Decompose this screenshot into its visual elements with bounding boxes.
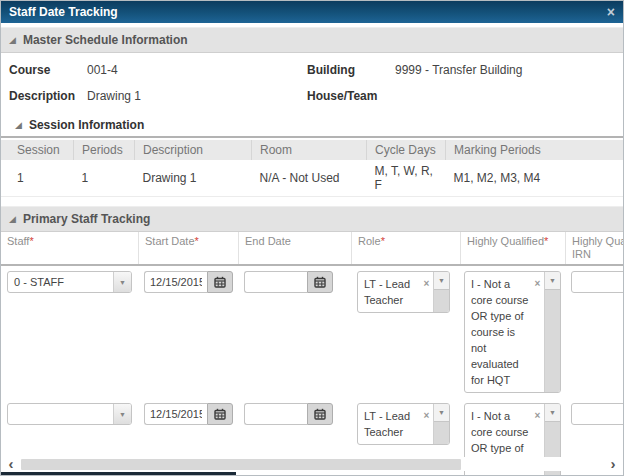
collapse-icon: ◢ — [9, 36, 16, 45]
description-cell: Drawing 1 — [135, 160, 252, 197]
role-select-value: LT - Lead Teacher — [358, 404, 420, 444]
end-date-column-header: End Date — [238, 232, 351, 264]
chevron-down-icon[interactable]: ▼ — [434, 272, 449, 290]
calendar-icon[interactable] — [207, 403, 233, 425]
session-table-header-row: Session Periods Description Room Cycle D… — [1, 140, 623, 160]
window-edge — [1, 472, 236, 475]
staff-grid-header-row: Staff* Start Date* End Date Role* Highly… — [1, 232, 623, 266]
room-column-header: Room — [252, 140, 367, 160]
dialog-title: Staff Date Tracking — [9, 5, 118, 19]
required-marker: * — [195, 235, 199, 247]
house-team-value — [395, 89, 623, 103]
chevron-down-icon[interactable]: ▼ — [113, 404, 131, 424]
calendar-icon[interactable] — [307, 403, 333, 425]
session-information-table: Session Periods Description Room Cycle D… — [1, 140, 623, 197]
building-label: Building — [307, 63, 395, 77]
session-cell: 1 — [1, 160, 74, 197]
role-select-value: LT - Lead Teacher — [358, 272, 420, 312]
description-label: Description — [9, 89, 87, 103]
scrollbar-thumb[interactable] — [21, 459, 461, 470]
scroll-left-icon[interactable]: ‹ — [3, 458, 19, 470]
highly-qualified-select[interactable]: I - Not a core course OR type of course … — [464, 271, 561, 393]
role-column-header: Role* — [351, 232, 460, 264]
session-information-section-header[interactable]: ◢ Session Information — [1, 115, 623, 138]
hqt-irn-input[interactable] — [571, 403, 623, 425]
staff-select-value — [8, 404, 113, 424]
master-schedule-info: Course 001-4 Building 9999 - Transfer Bu… — [1, 53, 623, 115]
dialog-titlebar: Staff Date Tracking × — [1, 1, 623, 23]
description-value: Drawing 1 — [87, 89, 307, 103]
staff-select-value: 0 - STAFF — [8, 272, 113, 292]
role-select[interactable]: LT - Lead Teacher × ▼ — [357, 403, 450, 445]
clear-icon[interactable]: × — [420, 272, 433, 312]
scrollbar-track[interactable] — [19, 459, 605, 470]
description-column-header: Description — [135, 140, 252, 160]
scroll-right-icon[interactable]: › — [605, 458, 621, 470]
calendar-icon[interactable] — [307, 271, 333, 293]
marking-periods-cell: M1, M2, M3, M4 — [446, 160, 624, 197]
hqt-irn-column-header: Highly Qualified Teacher IRN — [565, 232, 623, 264]
end-date-input[interactable] — [244, 403, 307, 425]
collapse-icon: ◢ — [15, 121, 22, 130]
room-cell: N/A - Not Used — [252, 160, 367, 197]
chevron-down-icon[interactable]: ▼ — [545, 404, 560, 422]
staff-grid-row: 0 - STAFF ▼ — [1, 269, 623, 395]
highly-qualified-column-header: Highly Qualified* — [460, 232, 565, 264]
chevron-down-icon[interactable]: ▼ — [434, 404, 449, 422]
role-select-strip[interactable]: ▼ — [433, 404, 449, 444]
staff-select[interactable]: 0 - STAFF ▼ — [7, 271, 132, 293]
cycle-days-column-header: Cycle Days — [367, 140, 446, 160]
staff-select[interactable]: ▼ — [7, 403, 132, 425]
session-table-row: 1 1 Drawing 1 N/A - Not Used M, T, W, R,… — [1, 160, 623, 197]
calendar-icon[interactable] — [207, 271, 233, 293]
role-select-strip[interactable]: ▼ — [433, 272, 449, 312]
clear-icon[interactable]: × — [531, 272, 544, 392]
master-schedule-section-header[interactable]: ◢ Master Schedule Information — [1, 27, 623, 53]
periods-cell: 1 — [74, 160, 135, 197]
collapse-icon: ◢ — [9, 215, 16, 224]
marking-periods-column-header: Marking Periods — [446, 140, 624, 160]
session-information-section-label: Session Information — [29, 118, 144, 132]
required-marker: * — [381, 235, 385, 247]
building-value: 9999 - Transfer Building — [395, 63, 623, 77]
staff-date-tracking-dialog: Staff Date Tracking × ◢ Master Schedule … — [0, 0, 624, 476]
hqt-irn-input[interactable] — [571, 271, 623, 293]
house-team-label: House/Team — [307, 89, 395, 103]
course-value: 001-4 — [87, 63, 307, 77]
chevron-down-icon[interactable]: ▼ — [113, 272, 131, 292]
clear-icon[interactable]: × — [420, 404, 433, 444]
role-select[interactable]: LT - Lead Teacher × ▼ — [357, 271, 450, 313]
required-marker: * — [29, 235, 33, 247]
chevron-down-icon[interactable]: ▼ — [545, 272, 560, 290]
session-column-header: Session — [1, 140, 74, 160]
dialog-content: ◢ Master Schedule Information Course 001… — [1, 23, 623, 475]
highly-qualified-select-strip[interactable]: ▼ — [544, 272, 560, 392]
primary-staff-tracking-section-label: Primary Staff Tracking — [23, 212, 150, 226]
course-label: Course — [9, 63, 87, 77]
cycle-days-cell: M, T, W, R, F — [367, 160, 446, 197]
staff-tracking-grid: Staff* Start Date* End Date Role* Highly… — [1, 232, 623, 476]
end-date-input[interactable] — [244, 271, 307, 293]
start-date-input[interactable] — [144, 271, 207, 293]
start-date-column-header: Start Date* — [138, 232, 238, 264]
periods-column-header: Periods — [74, 140, 135, 160]
close-icon[interactable]: × — [607, 5, 615, 19]
staff-column-header: Staff* — [1, 232, 138, 264]
start-date-input[interactable] — [144, 403, 207, 425]
horizontal-scrollbar[interactable]: ‹ › — [3, 457, 621, 471]
primary-staff-tracking-section-header[interactable]: ◢ Primary Staff Tracking — [1, 206, 623, 232]
master-schedule-section-label: Master Schedule Information — [23, 33, 188, 47]
highly-qualified-select-value: I - Not a core course OR type of course … — [465, 272, 531, 392]
required-marker: * — [544, 235, 548, 247]
